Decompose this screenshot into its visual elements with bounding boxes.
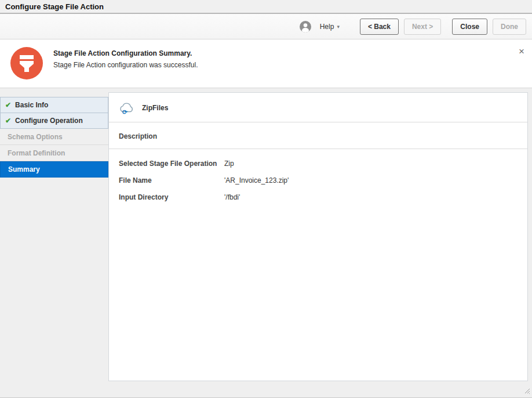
content-area: ✔ Basic Info ✔ Configure Operation Schem… bbox=[0, 88, 532, 397]
summary-fields: Selected Stage File Operation Zip File N… bbox=[109, 149, 527, 201]
page-title: Configure Stage File Action bbox=[5, 2, 104, 11]
wizard-step-label: Schema Options bbox=[8, 133, 63, 141]
wizard-step-summary[interactable]: Summary bbox=[0, 161, 108, 178]
endpoint-name: ZipFiles bbox=[142, 104, 168, 112]
description-label: Description bbox=[119, 132, 157, 140]
cloud-endpoint-icon: ⟳ bbox=[119, 102, 134, 114]
toolbar: Help ▾ < Back Next > Close Done bbox=[0, 14, 532, 39]
configure-stage-file-action-window: Configure Stage File Action Help ▾ < Bac… bbox=[0, 0, 532, 398]
field-row-file-name: File Name 'AR_Invoice_123.zip' bbox=[119, 176, 527, 184]
close-button[interactable]: Close bbox=[452, 19, 487, 35]
wizard-step-schema-options: Schema Options bbox=[0, 129, 108, 145]
wizard-step-basic-info[interactable]: ✔ Basic Info bbox=[0, 97, 108, 113]
chevron-down-icon: ▾ bbox=[337, 24, 340, 30]
back-button[interactable]: < Back bbox=[360, 19, 399, 35]
wizard-step-label: Format Definition bbox=[8, 149, 65, 157]
refresh-icon: ⟳ bbox=[122, 108, 127, 116]
field-value: Zip bbox=[224, 160, 234, 168]
summary-panel: ⟳ ZipFiles Description Selected Stage Fi… bbox=[108, 92, 528, 381]
check-icon: ✔ bbox=[5, 101, 11, 109]
wizard-step-label: Configure Operation bbox=[15, 117, 83, 125]
help-label: Help bbox=[320, 23, 334, 31]
done-button: Done bbox=[493, 19, 526, 35]
field-value: '/fbdi' bbox=[224, 193, 240, 201]
banner-message: Stage File Action configuration was succ… bbox=[53, 61, 198, 69]
panel-header: ⟳ ZipFiles bbox=[109, 93, 527, 122]
banner-text: Stage File Action Configuration Summary.… bbox=[53, 47, 198, 88]
wizard-step-label: Summary bbox=[8, 165, 40, 173]
help-menu[interactable]: Help ▾ bbox=[320, 23, 340, 31]
wizard-step-format-definition: Format Definition bbox=[0, 145, 108, 161]
field-label: Selected Stage File Operation bbox=[119, 160, 224, 168]
wizard-step-label: Basic Info bbox=[15, 101, 48, 109]
stage-file-action-icon bbox=[10, 47, 43, 79]
close-icon[interactable]: × bbox=[519, 46, 524, 56]
description-section: Description bbox=[109, 122, 527, 149]
next-button: Next > bbox=[404, 19, 441, 35]
field-label: File Name bbox=[119, 176, 224, 184]
banner-title: Stage File Action Configuration Summary. bbox=[53, 49, 198, 57]
wizard-sidebar: ✔ Basic Info ✔ Configure Operation Schem… bbox=[0, 88, 108, 397]
field-row-operation: Selected Stage File Operation Zip bbox=[119, 160, 527, 168]
summary-banner: Stage File Action Configuration Summary.… bbox=[0, 39, 532, 88]
field-value: 'AR_Invoice_123.zip' bbox=[224, 176, 289, 184]
wizard-step-configure-operation[interactable]: ✔ Configure Operation bbox=[0, 113, 108, 129]
window-titlebar: Configure Stage File Action bbox=[0, 0, 532, 14]
resize-grip[interactable] bbox=[524, 386, 530, 396]
check-icon: ✔ bbox=[5, 117, 11, 125]
field-row-input-directory: Input Directory '/fbdi' bbox=[119, 193, 527, 201]
field-label: Input Directory bbox=[119, 193, 224, 201]
user-avatar-icon[interactable] bbox=[299, 20, 312, 33]
